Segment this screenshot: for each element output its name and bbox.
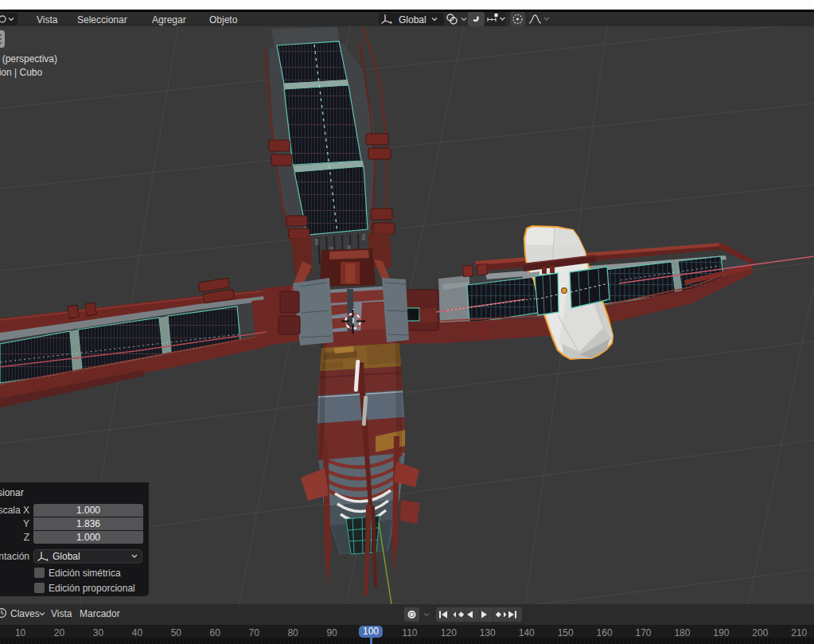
svg-text:Global: Global	[399, 14, 426, 25]
svg-text:Global: Global	[53, 551, 80, 562]
